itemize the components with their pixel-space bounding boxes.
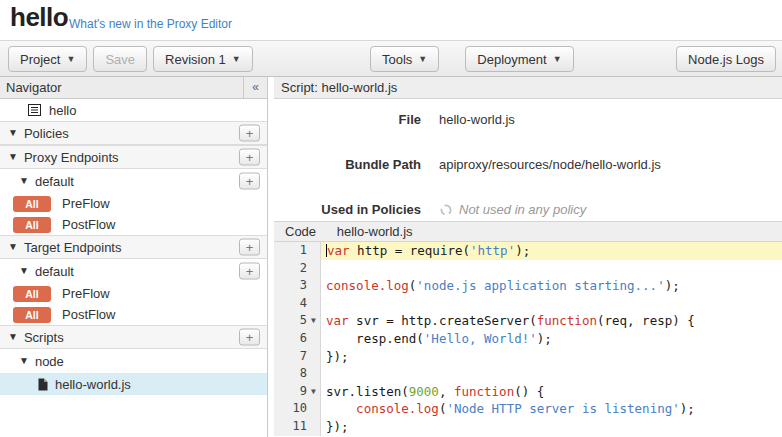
caret-down-icon[interactable]: ▼	[8, 152, 18, 162]
code-line-text[interactable]: console.log('node.js application startin…	[321, 277, 782, 295]
save-button-label: Save	[105, 52, 135, 67]
broken-link-icon	[439, 203, 453, 217]
deployment-menu-button[interactable]: Deployment ▼	[465, 46, 573, 72]
code-label: Code	[285, 224, 316, 239]
gutter-spacer	[307, 242, 320, 260]
gutter: 2	[274, 260, 321, 278]
code-line-text[interactable]	[321, 295, 782, 313]
whats-new-link[interactable]: What's new in the Proxy Editor	[69, 17, 232, 31]
sidebar-node-default[interactable]: ▼default+	[0, 169, 267, 193]
line-number: 2	[274, 260, 307, 278]
fold-caret-icon[interactable]: ▼	[307, 312, 320, 330]
caret-down-icon[interactable]: ▼	[8, 128, 18, 138]
sidebar-section-target-endpoints[interactable]: ▼Target Endpoints+	[0, 235, 267, 259]
save-button[interactable]: Save	[93, 46, 147, 72]
caret-down-icon[interactable]: ▼	[19, 176, 29, 186]
sidebar-item-label: default	[35, 264, 74, 279]
add-button[interactable]: +	[239, 239, 260, 256]
line-number: 1	[274, 242, 307, 260]
add-button[interactable]: +	[239, 149, 260, 166]
gutter-spacer	[307, 260, 320, 278]
code-line[interactable]: 3console.log('node.js application starti…	[274, 277, 782, 295]
code-line[interactable]: 8	[274, 365, 782, 383]
fold-caret-icon[interactable]: ▼	[307, 383, 320, 401]
code-line-text[interactable]: var http = require('http');	[321, 242, 782, 260]
code-line-text[interactable]: console.log('Node HTTP server is listeni…	[321, 400, 782, 418]
add-button[interactable]: +	[239, 173, 260, 190]
sidebar-item-label: PostFlow	[62, 217, 115, 232]
gutter: 1	[274, 242, 321, 260]
code-line[interactable]: 5▼var svr = http.createServer(function(r…	[274, 312, 782, 330]
proxy-overview-icon	[28, 104, 41, 116]
code-line-text[interactable]	[321, 260, 782, 278]
sidebar-section-scripts[interactable]: ▼Scripts+	[0, 325, 267, 349]
code-editor[interactable]: 1var http = require('http');23console.lo…	[274, 242, 782, 436]
line-number: 7	[274, 348, 307, 366]
sidebar-section-proxy-endpoints[interactable]: ▼Proxy Endpoints+	[0, 145, 267, 169]
sidebar-flow-postflow[interactable]: AllPostFlow	[0, 304, 267, 325]
nodejs-logs-label: Node.js Logs	[688, 52, 764, 67]
tools-menu-button[interactable]: Tools ▼	[370, 46, 439, 72]
code-line[interactable]: 7});	[274, 348, 782, 366]
caret-down-icon[interactable]: ▼	[8, 332, 18, 342]
code-line-text[interactable]: });	[321, 348, 782, 366]
caret-down-icon[interactable]: ▼	[8, 242, 18, 252]
project-menu-button[interactable]: Project ▼	[8, 46, 87, 72]
sidebar-item-label: PreFlow	[62, 196, 110, 211]
sidebar-node-default[interactable]: ▼default+	[0, 259, 267, 283]
gutter-spacer	[307, 295, 320, 313]
all-badge: All	[13, 196, 51, 212]
code-line-text[interactable]: svr.listen(9000, function() {	[321, 383, 782, 401]
sidebar-item-label: Target Endpoints	[24, 240, 122, 255]
file-value: hello-world.js	[439, 112, 515, 127]
collapse-panel-icon[interactable]: «	[243, 77, 267, 98]
navigator-panel: Navigator « hello▼Policies+▼Proxy Endpoi…	[0, 77, 268, 437]
line-number: 10	[274, 400, 307, 418]
gutter: 6	[274, 330, 321, 348]
sidebar-flow-postflow[interactable]: AllPostFlow	[0, 214, 267, 235]
code-line-text[interactable]: });	[321, 418, 782, 436]
add-button[interactable]: +	[239, 263, 260, 280]
code-line-text[interactable]: var svr = http.createServer(function(req…	[321, 312, 782, 330]
sidebar-section-policies[interactable]: ▼Policies+	[0, 121, 267, 145]
revision-menu-button[interactable]: Revision 1 ▼	[153, 46, 253, 72]
script-details: File hello-world.js Bundle Path apiproxy…	[274, 99, 782, 221]
caret-down-icon[interactable]: ▼	[19, 266, 29, 276]
navigator-tree: hello▼Policies+▼Proxy Endpoints+▼default…	[0, 99, 267, 395]
code-line[interactable]: 4	[274, 295, 782, 313]
gutter-spacer	[307, 418, 320, 436]
sidebar-flow-preflow[interactable]: AllPreFlow	[0, 283, 267, 304]
gutter: 7	[274, 348, 321, 366]
sidebar-item-label: default	[35, 174, 74, 189]
used-in-policies-value: Not used in any policy	[459, 202, 586, 217]
script-panel-header: Script: hello-world.js	[274, 77, 782, 99]
code-line[interactable]: 11});	[274, 418, 782, 436]
sidebar-item-label: Scripts	[24, 330, 64, 345]
gutter-spacer	[307, 365, 320, 383]
code-line[interactable]: 2	[274, 260, 782, 278]
gutter: 4	[274, 295, 321, 313]
add-button[interactable]: +	[239, 329, 260, 346]
sidebar-item-hello[interactable]: hello	[0, 99, 267, 121]
caret-down-icon[interactable]: ▼	[19, 356, 29, 366]
sidebar-item-label: Policies	[24, 126, 69, 141]
sidebar-node-node[interactable]: ▼node	[0, 349, 267, 373]
code-line-text[interactable]: resp.end('Hello, World!');	[321, 330, 782, 348]
code-line[interactable]: 6 resp.end('Hello, World!');	[274, 330, 782, 348]
sidebar-file-hello-world-js[interactable]: hello-world.js	[0, 373, 267, 395]
code-line-text[interactable]	[321, 365, 782, 383]
bundle-path-value: apiproxy/resources/node/hello-world.js	[439, 157, 661, 172]
sidebar-item-label: hello	[49, 103, 76, 118]
code-line[interactable]: 9▼svr.listen(9000, function() {	[274, 383, 782, 401]
nodejs-logs-button[interactable]: Node.js Logs	[676, 46, 776, 72]
line-number: 9	[274, 383, 307, 401]
code-line[interactable]: 1var http = require('http');	[274, 242, 782, 260]
code-line[interactable]: 10 console.log('Node HTTP server is list…	[274, 400, 782, 418]
sidebar-flow-preflow[interactable]: AllPreFlow	[0, 193, 267, 214]
line-number: 4	[274, 295, 307, 313]
used-in-policies-label: Used in Policies	[274, 202, 421, 217]
all-badge: All	[13, 217, 51, 233]
add-button[interactable]: +	[239, 125, 260, 142]
gutter: 5▼	[274, 312, 321, 330]
project-menu-label: Project	[20, 52, 60, 67]
